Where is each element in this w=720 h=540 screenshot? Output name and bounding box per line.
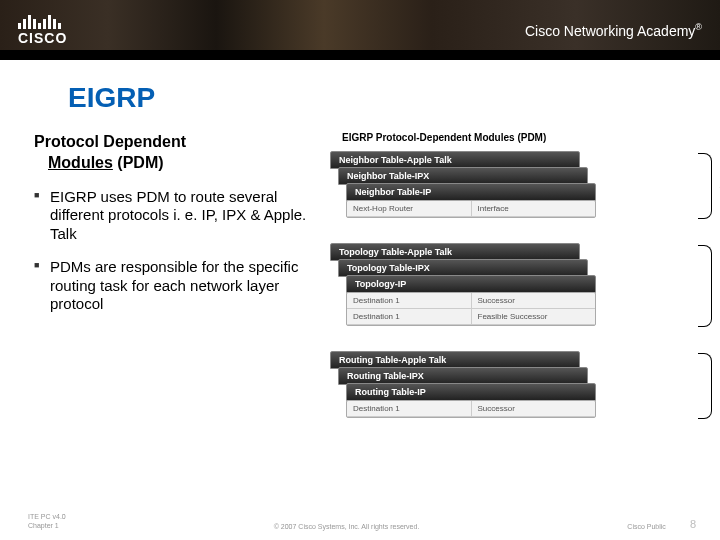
top-banner: CISCO Cisco Networking Academy® bbox=[0, 0, 720, 60]
brace-icon bbox=[698, 353, 712, 419]
page-number: 8 bbox=[690, 518, 696, 530]
cisco-bars-icon bbox=[18, 15, 61, 29]
brace-icon bbox=[698, 245, 712, 327]
table-cell: Destination 1 bbox=[347, 401, 472, 417]
neighbor-tables-group: Neighbor Table-Apple Talk Neighbor Table… bbox=[330, 151, 708, 231]
diagram-title: EIGRP Protocol-Dependent Modules (PDM) bbox=[342, 132, 708, 143]
footer-copyright: © 2007 Cisco Systems, Inc. All rights re… bbox=[66, 523, 628, 530]
subtitle-line1: Protocol Dependent bbox=[34, 133, 186, 150]
table-cell: Next-Hop Router bbox=[347, 201, 472, 217]
subtitle-line2: Modules (PDM) bbox=[48, 153, 324, 174]
table-cell: Interface bbox=[472, 201, 596, 217]
table-cell: Feasible Successor bbox=[472, 309, 596, 325]
table-tab: Neighbor Table-IP bbox=[346, 183, 596, 201]
topology-tables-group: Topology Table-Apple Talk Topology Table… bbox=[330, 243, 708, 339]
table-cell: Successor bbox=[472, 293, 596, 309]
table-tab: Routing Table-IP bbox=[346, 383, 596, 401]
table-cell: Destination 1 bbox=[347, 293, 472, 309]
table-tab: Topology-IP bbox=[346, 275, 596, 293]
academy-label: Cisco Networking Academy® bbox=[525, 22, 702, 39]
bullet-list: EIGRP uses PDM to route several differen… bbox=[34, 188, 324, 315]
table-cell: Destination 1 bbox=[347, 309, 472, 325]
footer-course: ITE PC v4.0 bbox=[28, 513, 66, 521]
cisco-logo: CISCO bbox=[18, 15, 67, 46]
table-card: Next-Hop RouterInterface bbox=[346, 200, 596, 218]
footer: ITE PC v4.0 Chapter 1 © 2007 Cisco Syste… bbox=[0, 513, 720, 530]
left-column: Protocol Dependent Modules (PDM) EIGRP u… bbox=[34, 132, 324, 443]
footer-chapter: Chapter 1 bbox=[28, 522, 66, 530]
footer-left: ITE PC v4.0 Chapter 1 bbox=[28, 513, 66, 530]
subtitle: Protocol Dependent Modules (PDM) bbox=[34, 132, 324, 174]
diagram-column: EIGRP Protocol-Dependent Modules (PDM) N… bbox=[324, 132, 708, 443]
slide-title: EIGRP bbox=[68, 82, 720, 114]
content-row: Protocol Dependent Modules (PDM) EIGRP u… bbox=[0, 132, 720, 443]
table-card: Destination 1Successor Destination 1Feas… bbox=[346, 292, 596, 326]
cisco-wordmark: CISCO bbox=[18, 30, 67, 46]
table-cell: Successor bbox=[472, 401, 596, 417]
footer-public: Cisco Public bbox=[627, 523, 666, 530]
bullet-item: EIGRP uses PDM to route several differen… bbox=[34, 188, 324, 244]
bullet-item: PDMs are responsible for the specific ro… bbox=[34, 258, 324, 314]
routing-tables-group: Routing Table-Apple Talk Routing Table-I… bbox=[330, 351, 708, 431]
table-card: Destination 1Successor bbox=[346, 400, 596, 418]
brace-icon bbox=[698, 153, 712, 219]
